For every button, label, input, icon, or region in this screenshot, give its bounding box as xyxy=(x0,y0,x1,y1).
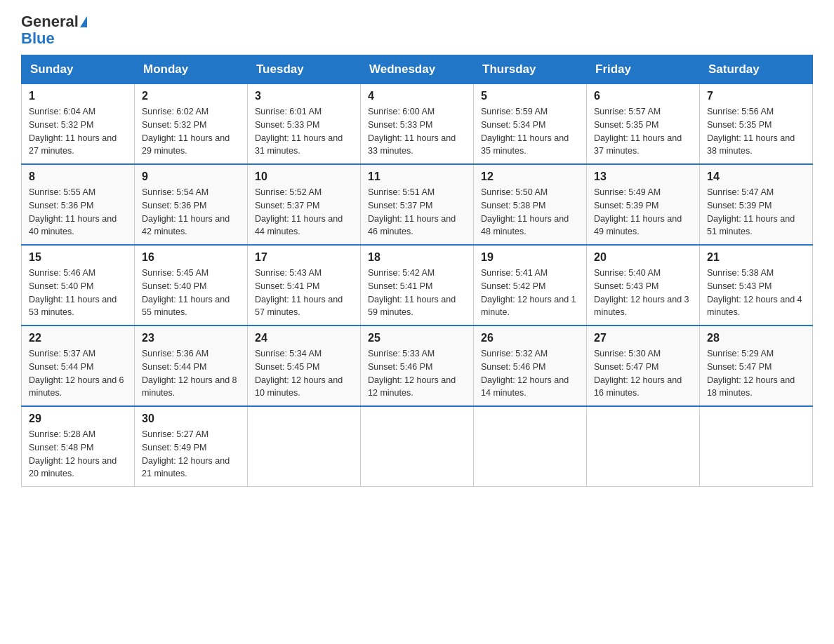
day-number: 5 xyxy=(481,90,579,102)
column-header-wednesday: Wednesday xyxy=(361,55,474,84)
day-number: 23 xyxy=(142,332,240,344)
day-info: Sunrise: 5:30 AMSunset: 5:47 PMDaylight:… xyxy=(594,347,692,400)
day-number: 11 xyxy=(368,170,466,183)
day-number: 20 xyxy=(594,251,692,264)
calendar-cell xyxy=(361,406,474,487)
calendar-cell xyxy=(248,406,361,487)
calendar-cell: 17Sunrise: 5:43 AMSunset: 5:41 PMDayligh… xyxy=(248,245,361,326)
calendar-table: SundayMondayTuesdayWednesdayThursdayFrid… xyxy=(21,55,813,487)
calendar-cell: 2Sunrise: 6:02 AMSunset: 5:32 PMDaylight… xyxy=(135,84,248,165)
day-info: Sunrise: 5:57 AMSunset: 5:35 PMDaylight:… xyxy=(594,105,692,158)
day-info: Sunrise: 6:01 AMSunset: 5:33 PMDaylight:… xyxy=(255,105,353,158)
day-number: 9 xyxy=(142,170,240,183)
day-number: 8 xyxy=(29,170,127,183)
day-info: Sunrise: 5:41 AMSunset: 5:42 PMDaylight:… xyxy=(481,267,579,319)
column-header-thursday: Thursday xyxy=(474,55,587,84)
calendar-cell xyxy=(474,406,587,487)
day-info: Sunrise: 5:47 AMSunset: 5:39 PMDaylight:… xyxy=(707,186,805,239)
day-info: Sunrise: 5:32 AMSunset: 5:46 PMDaylight:… xyxy=(481,347,579,400)
calendar-cell: 23Sunrise: 5:36 AMSunset: 5:44 PMDayligh… xyxy=(135,326,248,406)
day-number: 18 xyxy=(368,251,466,264)
calendar-cell: 30Sunrise: 5:27 AMSunset: 5:49 PMDayligh… xyxy=(135,406,248,487)
column-header-friday: Friday xyxy=(587,55,700,84)
calendar-cell: 15Sunrise: 5:46 AMSunset: 5:40 PMDayligh… xyxy=(22,245,135,326)
day-info: Sunrise: 6:02 AMSunset: 5:32 PMDaylight:… xyxy=(142,105,240,158)
day-info: Sunrise: 5:37 AMSunset: 5:44 PMDaylight:… xyxy=(29,347,127,400)
day-number: 14 xyxy=(707,170,805,183)
day-info: Sunrise: 5:52 AMSunset: 5:37 PMDaylight:… xyxy=(255,186,353,239)
day-info: Sunrise: 5:43 AMSunset: 5:41 PMDaylight:… xyxy=(255,267,353,319)
calendar-cell: 18Sunrise: 5:42 AMSunset: 5:41 PMDayligh… xyxy=(361,245,474,326)
day-info: Sunrise: 5:50 AMSunset: 5:38 PMDaylight:… xyxy=(481,186,579,239)
logo: General Blue xyxy=(21,14,87,48)
day-number: 4 xyxy=(368,90,466,102)
day-number: 1 xyxy=(29,90,127,102)
day-info: Sunrise: 5:59 AMSunset: 5:34 PMDaylight:… xyxy=(481,105,579,158)
calendar-cell: 16Sunrise: 5:45 AMSunset: 5:40 PMDayligh… xyxy=(135,245,248,326)
day-number: 21 xyxy=(707,251,805,264)
calendar-cell: 26Sunrise: 5:32 AMSunset: 5:46 PMDayligh… xyxy=(474,326,587,406)
day-info: Sunrise: 5:28 AMSunset: 5:48 PMDaylight:… xyxy=(29,428,127,481)
day-info: Sunrise: 5:51 AMSunset: 5:37 PMDaylight:… xyxy=(368,186,466,239)
day-info: Sunrise: 5:49 AMSunset: 5:39 PMDaylight:… xyxy=(594,186,692,239)
calendar-cell xyxy=(587,406,700,487)
day-number: 29 xyxy=(29,412,127,425)
day-info: Sunrise: 5:55 AMSunset: 5:36 PMDaylight:… xyxy=(29,186,127,239)
calendar-cell: 3Sunrise: 6:01 AMSunset: 5:33 PMDaylight… xyxy=(248,84,361,165)
day-info: Sunrise: 5:46 AMSunset: 5:40 PMDaylight:… xyxy=(29,267,127,319)
day-number: 28 xyxy=(707,332,805,344)
column-header-saturday: Saturday xyxy=(700,55,813,84)
day-info: Sunrise: 5:42 AMSunset: 5:41 PMDaylight:… xyxy=(368,267,466,319)
calendar-cell: 21Sunrise: 5:38 AMSunset: 5:43 PMDayligh… xyxy=(700,245,813,326)
calendar-cell: 13Sunrise: 5:49 AMSunset: 5:39 PMDayligh… xyxy=(587,164,700,245)
day-info: Sunrise: 5:34 AMSunset: 5:45 PMDaylight:… xyxy=(255,347,353,400)
calendar-cell: 5Sunrise: 5:59 AMSunset: 5:34 PMDaylight… xyxy=(474,84,587,165)
calendar-cell xyxy=(700,406,813,487)
day-info: Sunrise: 6:04 AMSunset: 5:32 PMDaylight:… xyxy=(29,105,127,158)
calendar-cell: 4Sunrise: 6:00 AMSunset: 5:33 PMDaylight… xyxy=(361,84,474,165)
logo-triangle-icon xyxy=(80,16,87,27)
calendar-week-row: 1Sunrise: 6:04 AMSunset: 5:32 PMDaylight… xyxy=(22,84,813,165)
calendar-cell: 10Sunrise: 5:52 AMSunset: 5:37 PMDayligh… xyxy=(248,164,361,245)
calendar-cell: 19Sunrise: 5:41 AMSunset: 5:42 PMDayligh… xyxy=(474,245,587,326)
calendar-week-row: 29Sunrise: 5:28 AMSunset: 5:48 PMDayligh… xyxy=(22,406,813,487)
day-number: 26 xyxy=(481,332,579,344)
day-number: 13 xyxy=(594,170,692,183)
calendar-cell: 28Sunrise: 5:29 AMSunset: 5:47 PMDayligh… xyxy=(700,326,813,406)
day-number: 25 xyxy=(368,332,466,344)
calendar-cell: 9Sunrise: 5:54 AMSunset: 5:36 PMDaylight… xyxy=(135,164,248,245)
calendar-cell: 12Sunrise: 5:50 AMSunset: 5:38 PMDayligh… xyxy=(474,164,587,245)
day-info: Sunrise: 5:27 AMSunset: 5:49 PMDaylight:… xyxy=(142,428,240,481)
day-number: 30 xyxy=(142,412,240,425)
day-number: 22 xyxy=(29,332,127,344)
calendar-header-row: SundayMondayTuesdayWednesdayThursdayFrid… xyxy=(22,55,813,84)
calendar-cell: 1Sunrise: 6:04 AMSunset: 5:32 PMDaylight… xyxy=(22,84,135,165)
day-number: 10 xyxy=(255,170,353,183)
day-number: 2 xyxy=(142,90,240,102)
day-info: Sunrise: 5:29 AMSunset: 5:47 PMDaylight:… xyxy=(707,347,805,400)
day-info: Sunrise: 6:00 AMSunset: 5:33 PMDaylight:… xyxy=(368,105,466,158)
calendar-week-row: 15Sunrise: 5:46 AMSunset: 5:40 PMDayligh… xyxy=(22,245,813,326)
day-number: 12 xyxy=(481,170,579,183)
day-info: Sunrise: 5:36 AMSunset: 5:44 PMDaylight:… xyxy=(142,347,240,400)
day-number: 6 xyxy=(594,90,692,102)
day-info: Sunrise: 5:56 AMSunset: 5:35 PMDaylight:… xyxy=(707,105,805,158)
day-number: 16 xyxy=(142,251,240,264)
calendar-cell: 22Sunrise: 5:37 AMSunset: 5:44 PMDayligh… xyxy=(22,326,135,406)
day-number: 7 xyxy=(707,90,805,102)
calendar-cell: 6Sunrise: 5:57 AMSunset: 5:35 PMDaylight… xyxy=(587,84,700,165)
calendar-week-row: 22Sunrise: 5:37 AMSunset: 5:44 PMDayligh… xyxy=(22,326,813,406)
day-info: Sunrise: 5:33 AMSunset: 5:46 PMDaylight:… xyxy=(368,347,466,400)
logo-blue-text: Blue xyxy=(21,29,55,48)
day-number: 15 xyxy=(29,251,127,264)
calendar-cell: 20Sunrise: 5:40 AMSunset: 5:43 PMDayligh… xyxy=(587,245,700,326)
calendar-cell: 24Sunrise: 5:34 AMSunset: 5:45 PMDayligh… xyxy=(248,326,361,406)
day-number: 24 xyxy=(255,332,353,344)
day-info: Sunrise: 5:40 AMSunset: 5:43 PMDaylight:… xyxy=(594,267,692,319)
calendar-cell: 8Sunrise: 5:55 AMSunset: 5:36 PMDaylight… xyxy=(22,164,135,245)
day-number: 27 xyxy=(594,332,692,344)
column-header-tuesday: Tuesday xyxy=(248,55,361,84)
day-number: 17 xyxy=(255,251,353,264)
calendar-cell: 14Sunrise: 5:47 AMSunset: 5:39 PMDayligh… xyxy=(700,164,813,245)
calendar-cell: 27Sunrise: 5:30 AMSunset: 5:47 PMDayligh… xyxy=(587,326,700,406)
